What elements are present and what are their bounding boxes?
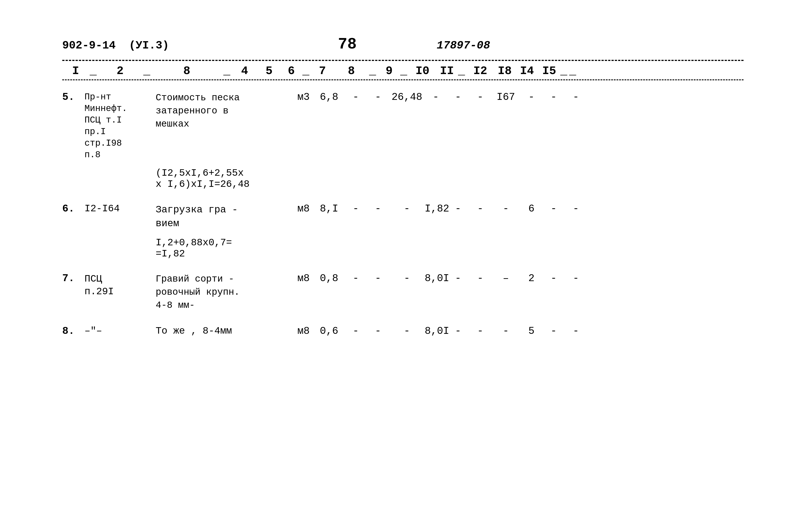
- row-5-c11: I67: [491, 92, 520, 103]
- section-code: (УI.3): [129, 39, 169, 52]
- row-6-formula1: I,2+0,88х0,7=: [156, 237, 744, 248]
- row-6-ref: I2-I64: [84, 203, 156, 214]
- column-headers-row: I _ 2 _ 8 _ 4 5 6 _ 7 8 _ 9 _ I0 II _ I2…: [62, 63, 744, 80]
- row-8-c14: -: [565, 326, 587, 337]
- row-8-ref: –"–: [84, 326, 156, 336]
- col-header-sep2: _: [142, 64, 151, 78]
- row-6-c9: -: [447, 203, 469, 215]
- row-6-c7: -: [389, 203, 425, 215]
- row-8: 8. –"– То же , 8-4мм м8 0,6 - - - 8,0I -…: [62, 326, 744, 337]
- row-5-formula2: х I,6)хI,I=26,48: [156, 179, 744, 190]
- row-6-c5: -: [344, 203, 367, 215]
- row-7-c4: 0,8: [314, 273, 344, 284]
- row-7-c13: -: [543, 273, 565, 284]
- row-7-c10: -: [469, 273, 491, 284]
- row-5-desc: Стоимость песка затаренного в мешках: [156, 92, 294, 131]
- row-5-num: 5.: [62, 92, 84, 103]
- col-header-sep5: _: [369, 64, 378, 78]
- row-8-unit: м8: [294, 326, 314, 337]
- row-5-c4: 6,8: [314, 92, 344, 103]
- col-header-7: 7: [311, 64, 334, 78]
- row-7-c7: -: [389, 273, 425, 284]
- col-header-sep6: _: [400, 64, 409, 78]
- col-header-15: I5: [538, 64, 560, 78]
- row-8-c9: -: [447, 326, 469, 337]
- row-6-c4: 8,I: [314, 203, 344, 215]
- row-5-c7: 26,48: [389, 92, 425, 103]
- col-header-2: 2: [98, 64, 142, 78]
- row-7-main: 7. ПСЦ п.29I Гравий сорти - ровочный кру…: [62, 273, 744, 312]
- row-8-c5: -: [344, 326, 367, 337]
- row-6-main: 6. I2-I64 Загрузка гра - вием м8 8,I - -…: [62, 203, 744, 231]
- col-header-sep1: _: [89, 64, 98, 78]
- col-header-sep8: _: [560, 64, 569, 78]
- row-5-c10: -: [469, 92, 491, 103]
- row-8-c6: -: [367, 326, 389, 337]
- row-6: 6. I2-I64 Загрузка гра - вием м8 8,I - -…: [62, 203, 744, 259]
- row-6-unit: м8: [294, 203, 314, 215]
- col-header-9: 9: [378, 64, 400, 78]
- col-header-1: I: [62, 64, 89, 78]
- row-7-unit: м8: [294, 273, 314, 284]
- top-dashed-line: [62, 60, 744, 61]
- row-6-num: 6.: [62, 203, 84, 215]
- row-8-c10: -: [469, 326, 491, 337]
- row-6-c13: -: [543, 203, 565, 215]
- row-5-c9: -: [447, 92, 469, 103]
- row-5-c5: -: [344, 92, 367, 103]
- ref-number: 17897-08: [437, 39, 490, 52]
- row-6-desc: Загрузка гра - вием: [156, 203, 294, 231]
- row-7-num: 7.: [62, 273, 84, 284]
- doc-number: 902-9-14: [62, 39, 116, 52]
- row-6-c10: -: [469, 203, 491, 215]
- row-6-c11: -: [491, 203, 520, 215]
- row-5-c13: -: [543, 92, 565, 103]
- row-8-c12: 5: [520, 326, 543, 337]
- row-7-c5: -: [344, 273, 367, 284]
- row-5-unit: м3: [294, 92, 314, 103]
- row-8-num: 8.: [62, 326, 84, 337]
- row-8-c11: -: [491, 326, 520, 337]
- col-header-sep3: _: [222, 64, 231, 78]
- col-header-13: I8: [494, 64, 516, 78]
- row-8-c7: -: [389, 326, 425, 337]
- page: 902-9-14 (УI.3) 78 17897-08 I _ 2 _ 8 _ …: [0, 0, 788, 532]
- row-8-c4: 0,6: [314, 326, 344, 337]
- row-8-c8: 8,0I: [425, 326, 447, 337]
- row-5-c14: -: [565, 92, 587, 103]
- row-7: 7. ПСЦ п.29I Гравий сорти - ровочный кру…: [62, 273, 744, 312]
- col-header-sep4: _: [302, 64, 311, 78]
- col-header-3: 8: [151, 64, 222, 78]
- col-header-11: II: [436, 64, 458, 78]
- row-5: 5. Пр-нт Миннефт. ПСЦ т.I пр.I стр.I98 п…: [62, 92, 744, 190]
- col-header-14: I4: [516, 64, 538, 78]
- col-header-8: 8: [334, 64, 369, 78]
- col-header-sep7: _: [458, 64, 467, 78]
- row-5-c6: -: [367, 92, 389, 103]
- row-6-formula2: =I,82: [156, 248, 744, 259]
- row-8-desc: То же , 8-4мм: [156, 326, 294, 336]
- row-6-c14: -: [565, 203, 587, 215]
- row-8-main: 8. –"– То же , 8-4мм м8 0,6 - - - 8,0I -…: [62, 326, 744, 337]
- row-7-c9: -: [447, 273, 469, 284]
- row-7-ref: ПСЦ п.29I: [84, 273, 156, 298]
- col-header-6: 6: [280, 64, 302, 78]
- row-5-c8: -: [425, 92, 447, 103]
- row-5-c12: -: [520, 92, 543, 103]
- row-7-c14: -: [565, 273, 587, 284]
- row-6-c8: I,82: [425, 203, 447, 215]
- col-header-5: 5: [258, 64, 280, 78]
- col-header-10: I0: [409, 64, 436, 78]
- col-header-4: 4: [231, 64, 258, 78]
- row-7-c6: -: [367, 273, 389, 284]
- row-7-c8: 8,0I: [425, 273, 447, 284]
- page-number: 78: [338, 36, 357, 53]
- row-7-c12: 2: [520, 273, 543, 284]
- col-header-sep9: _: [569, 64, 578, 78]
- header: 902-9-14 (УI.3) 78 17897-08: [62, 36, 744, 53]
- row-6-c6: -: [367, 203, 389, 215]
- row-8-c13: -: [543, 326, 565, 337]
- col-header-12: I2: [467, 64, 494, 78]
- row-5-ref: Пр-нт Миннефт. ПСЦ т.I пр.I стр.I98 п.8: [84, 92, 156, 161]
- row-7-c11: –: [491, 273, 520, 284]
